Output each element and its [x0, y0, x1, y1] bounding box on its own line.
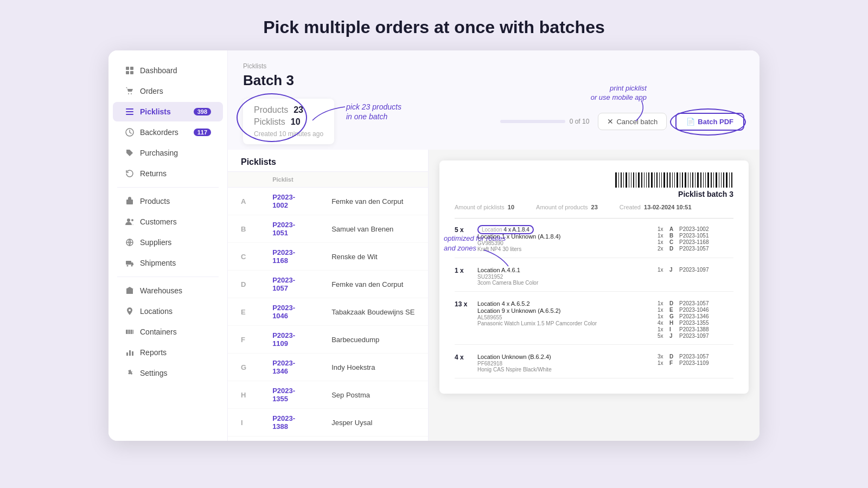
col-letter	[228, 172, 259, 188]
order-id: P2023-1168	[679, 239, 709, 245]
cart-icon	[125, 86, 135, 96]
customer-name: Barbecuedump	[318, 326, 428, 354]
table-row: I P2023-1388 Jesper Uysal	[228, 409, 428, 436]
row-letter: I	[228, 409, 259, 436]
order-id: P2023-1057	[679, 246, 709, 252]
container-icon	[125, 327, 135, 337]
picklist-id[interactable]: P2023-1109	[259, 326, 318, 354]
product-sku: PF682918	[477, 361, 652, 367]
sidebar-item-orders[interactable]: Orders	[113, 81, 223, 101]
sidebar-item-suppliers[interactable]: Suppliers	[113, 233, 223, 252]
batch-pdf-button[interactable]: 📄 Batch PDF	[675, 113, 744, 131]
tag-icon	[125, 148, 135, 158]
order-row: 1xBP2023-1051	[658, 233, 733, 239]
sidebar-item-label: Locations	[140, 307, 173, 316]
sidebar-item-label: Purchasing	[140, 149, 178, 157]
loc-info: Location 4 x A.1.8.4Location 1 x Unknown…	[477, 226, 652, 252]
order-qty: 1x	[658, 233, 667, 239]
sidebar-item-settings[interactable]: Settings	[113, 363, 223, 383]
col-picklist: Picklist	[259, 172, 318, 188]
pdf-panel: (function(){ const bars = [3,1,2,1,3,1,1…	[429, 150, 760, 441]
sidebar-item-customers[interactable]: Customers	[113, 212, 223, 232]
building-icon	[125, 286, 135, 296]
order-id: P2023-1109	[679, 360, 709, 366]
svg-point-20	[129, 309, 131, 311]
row-letter: C	[228, 243, 259, 271]
picklist-id[interactable]: P2023-1051	[259, 215, 318, 243]
order-letter: C	[669, 239, 677, 245]
order-letter: J	[669, 333, 677, 339]
cancel-batch-button[interactable]: ✕ Cancel batch	[598, 113, 667, 130]
pdf-loc-row: 13 x Location 4 x A.6.5.2Location 9 x Un…	[455, 300, 733, 339]
picklist-id[interactable]: P2023-1355	[259, 381, 318, 409]
svg-rect-25	[126, 352, 128, 356]
picklist-id[interactable]: P2023-1046	[259, 298, 318, 326]
pdf-document: (function(){ const bars = [3,1,2,1,3,1,1…	[439, 160, 749, 394]
globe-icon	[125, 237, 135, 247]
sidebar-divider-2	[117, 277, 219, 277]
row-letter: F	[228, 326, 259, 354]
breadcrumb: Picklists	[243, 62, 744, 70]
sidebar-item-products[interactable]: Products	[113, 191, 223, 211]
location-line: Location Unknown (B.6.2.4)	[477, 354, 652, 360]
picklist-id[interactable]: P2023-1168	[259, 243, 318, 271]
order-id: P2023-1355	[679, 320, 709, 326]
sidebar-item-purchasing[interactable]: Purchasing	[113, 143, 223, 163]
main-content: Picklists Batch 3 Products 23 Picklists …	[228, 50, 760, 441]
sidebar-item-backorders[interactable]: Backorders 117	[113, 123, 223, 142]
order-letter: D	[669, 354, 677, 359]
progress-text: 0 of 10	[570, 118, 590, 125]
sidebar-item-reports[interactable]: Reports	[113, 343, 223, 362]
sidebar-item-dashboard[interactable]: Dashboard	[113, 61, 223, 80]
picklist-id[interactable]: P2023-1388	[259, 409, 318, 436]
sidebar-item-label: Picklists	[140, 107, 171, 116]
order-letter: G	[669, 313, 677, 319]
picklists-table: Picklist A P2023-1002 Femke van den Corp…	[228, 172, 428, 441]
row-letter: E	[228, 298, 259, 326]
pdf-barcode-row: (function(){ const bars = [3,1,2,1,3,1,1…	[455, 172, 733, 188]
order-row: 1xEP2023-1046	[658, 307, 733, 313]
cancel-x-icon: ✕	[607, 117, 614, 126]
location-line: Location 9 x Unknown (A.6.5.2)	[477, 307, 652, 314]
sidebar-item-label: Dashboard	[140, 66, 177, 75]
sidebar-item-returns[interactable]: Returns	[113, 164, 223, 183]
batch-annotation: pick 23 productsin one batch	[346, 102, 401, 121]
picklist-id[interactable]: P2023-1002	[259, 188, 318, 215]
order-qty: 5x	[658, 333, 667, 339]
location-line: Location A.4.6.1	[477, 267, 652, 273]
sidebar-item-locations[interactable]: Locations	[113, 301, 223, 321]
svg-point-17	[131, 265, 133, 267]
picklist-id[interactable]: P2023-1346	[259, 354, 318, 381]
picklist-id[interactable]: P2023-1057	[259, 271, 318, 298]
table-row: F P2023-1109 Barbecuedump	[228, 326, 428, 354]
sidebar-item-containers[interactable]: Containers	[113, 322, 223, 342]
pdf-section: 1 x Location A.4.6.1 SU231952 3com Camer…	[455, 264, 733, 292]
order-qty: 1x	[658, 300, 667, 306]
sidebar-item-label: Warehouses	[140, 286, 182, 295]
product-sku: SU231952	[477, 274, 652, 280]
order-row: 1xDP2023-1057	[658, 300, 733, 306]
picklist-id[interactable]: P2023-1097	[259, 436, 318, 441]
row-letter: A	[228, 188, 259, 215]
sidebar-item-picklists[interactable]: Picklists 398	[113, 102, 223, 121]
users-icon	[125, 217, 135, 227]
order-letter: H	[669, 320, 677, 326]
table-row: H P2023-1355 Sep Postma	[228, 381, 428, 409]
order-qty: 1x	[658, 226, 667, 232]
section-qty: 1 x	[455, 267, 472, 274]
gear-icon	[125, 368, 135, 378]
sidebar-item-label: Reports	[140, 348, 167, 357]
svg-rect-2	[126, 71, 129, 74]
section-qty: 5 x	[455, 226, 472, 234]
svg-rect-26	[129, 350, 131, 356]
sidebar-item-shipments[interactable]: Shipments	[113, 253, 223, 273]
order-row: 1xIP2023-1388	[658, 326, 733, 332]
order-id: P2023-1346	[679, 313, 709, 319]
section-qty: 4 x	[455, 354, 472, 361]
order-row: 3xDP2023-1057	[658, 354, 733, 359]
sidebar-item-warehouses[interactable]: Warehouses	[113, 281, 223, 300]
sidebar-item-label: Suppliers	[140, 238, 171, 247]
svg-rect-27	[132, 351, 133, 356]
sidebar-item-label: Customers	[140, 217, 177, 226]
pdf-doc-title: Picklist batch 3	[455, 190, 733, 198]
